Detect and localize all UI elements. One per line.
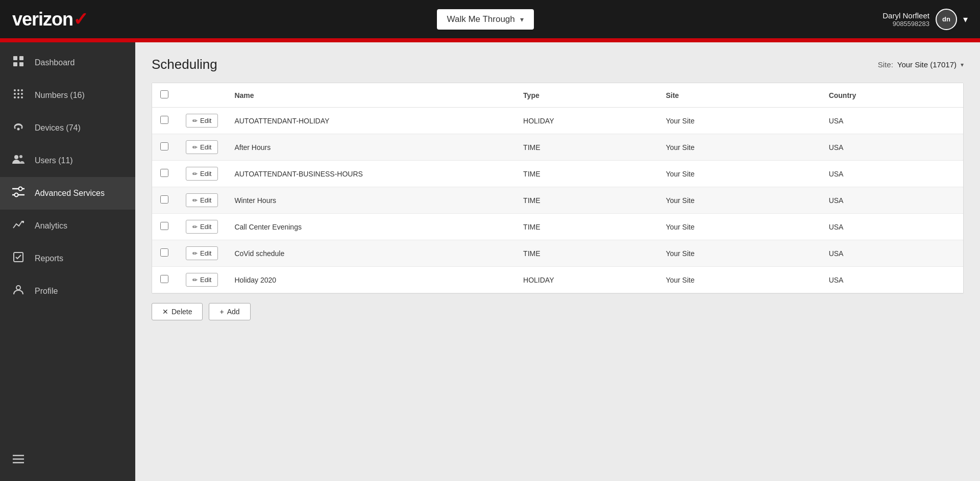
logo-text: verizon✓ xyxy=(12,9,88,30)
table-row: ✏ Edit Winter Hours TIME Your Site USA xyxy=(152,187,963,214)
main-layout: Dashboard Numbers (16) xyxy=(0,42,980,481)
row-checkbox[interactable] xyxy=(160,195,168,204)
row-name: AUTOATTENDANT-HOLIDAY xyxy=(226,108,515,134)
row-edit-cell: ✏ Edit xyxy=(178,161,226,187)
site-value: Your Site (17017) xyxy=(897,60,957,69)
add-button[interactable]: + Add xyxy=(209,303,250,320)
delete-icon: ✕ xyxy=(162,308,168,316)
sidebar-item-menu[interactable] xyxy=(0,444,135,476)
scheduling-table: Name Type Site Country ✏ Edit A xyxy=(152,83,963,293)
svg-point-7 xyxy=(14,93,16,95)
table-row: ✏ Edit After Hours TIME Your Site USA xyxy=(152,134,963,161)
row-type: TIME xyxy=(515,214,657,240)
th-checkbox xyxy=(152,83,178,108)
row-type: TIME xyxy=(515,134,657,161)
site-label: Site: xyxy=(878,60,893,69)
sidebar: Dashboard Numbers (16) xyxy=(0,42,135,481)
users-icon xyxy=(11,154,26,168)
dashboard-icon xyxy=(11,56,26,70)
walk-me-through-button[interactable]: Walk Me Through ▾ xyxy=(437,9,534,30)
row-name: Call Center Evenings xyxy=(226,214,515,240)
sidebar-item-users-label: Users (11) xyxy=(35,156,73,165)
row-edit-cell: ✏ Edit xyxy=(178,267,226,293)
user-info: Daryl Norfleet 9085598283 xyxy=(883,11,929,28)
svg-point-13 xyxy=(17,128,20,131)
sidebar-item-numbers[interactable]: Numbers (16) xyxy=(0,79,135,112)
sidebar-item-reports-label: Reports xyxy=(35,254,63,263)
red-accent-bar xyxy=(0,38,980,42)
edit-pencil-icon: ✏ xyxy=(192,197,198,204)
edit-button[interactable]: ✏ Edit xyxy=(186,193,218,207)
sidebar-item-profile[interactable]: Profile xyxy=(0,275,135,308)
row-name: Winter Hours xyxy=(226,187,515,214)
row-edit-cell: ✏ Edit xyxy=(178,187,226,214)
numbers-icon xyxy=(11,88,26,103)
row-name: Holiday 2020 xyxy=(226,267,515,293)
sidebar-item-advanced-services[interactable]: Advanced Services xyxy=(0,177,135,210)
row-checkbox[interactable] xyxy=(160,142,168,150)
table-row: ✏ Edit CoVid schedule TIME Your Site USA xyxy=(152,240,963,267)
row-site: Your Site xyxy=(657,161,820,187)
devices-icon xyxy=(11,121,26,135)
chevron-down-icon: ▾ xyxy=(520,15,524,23)
sidebar-item-dashboard[interactable]: Dashboard xyxy=(0,46,135,79)
row-checkbox[interactable] xyxy=(160,169,168,177)
row-site: Your Site xyxy=(657,240,820,267)
logo-checkmark: ✓ xyxy=(73,9,88,30)
sidebar-item-reports[interactable]: Reports xyxy=(0,242,135,275)
row-checkbox[interactable] xyxy=(160,248,168,257)
advanced-services-icon xyxy=(11,186,26,200)
edit-button[interactable]: ✏ Edit xyxy=(186,114,218,128)
row-country: USA xyxy=(821,134,963,161)
row-name: AUTOATTENDANT-BUSINESS-HOURS xyxy=(226,161,515,187)
action-row: ✕ Delete + Add xyxy=(152,303,964,320)
svg-point-14 xyxy=(14,155,18,159)
sidebar-item-users[interactable]: Users (11) xyxy=(0,144,135,177)
row-country: USA xyxy=(821,187,963,214)
user-phone: 9085598283 xyxy=(883,20,929,28)
row-checkbox[interactable] xyxy=(160,116,168,124)
row-edit-cell: ✏ Edit xyxy=(178,134,226,161)
row-checkbox-cell xyxy=(152,161,178,187)
sidebar-item-devices-label: Devices (74) xyxy=(35,123,81,133)
row-checkbox-cell xyxy=(152,187,178,214)
svg-point-21 xyxy=(16,286,20,290)
sidebar-item-numbers-label: Numbers (16) xyxy=(35,91,85,100)
edit-pencil-icon: ✏ xyxy=(192,170,198,178)
site-dropdown-arrow-icon[interactable]: ▾ xyxy=(961,61,964,68)
row-name: CoVid schedule xyxy=(226,240,515,267)
row-checkbox-cell xyxy=(152,214,178,240)
edit-label: Edit xyxy=(200,170,211,178)
sidebar-item-devices[interactable]: Devices (74) xyxy=(0,112,135,144)
row-type: HOLIDAY xyxy=(515,267,657,293)
reports-icon xyxy=(11,251,26,266)
svg-point-5 xyxy=(17,89,19,91)
row-checkbox[interactable] xyxy=(160,275,168,283)
svg-point-6 xyxy=(21,89,23,91)
svg-rect-1 xyxy=(19,56,23,60)
edit-button[interactable]: ✏ Edit xyxy=(186,167,218,181)
user-dropdown-arrow-icon[interactable]: ▾ xyxy=(963,14,968,25)
content-area: Scheduling Site: Your Site (17017) ▾ xyxy=(135,42,980,481)
analytics-icon xyxy=(11,219,26,233)
select-all-checkbox[interactable] xyxy=(160,90,168,98)
sidebar-item-analytics[interactable]: Analytics xyxy=(0,210,135,242)
row-country: USA xyxy=(821,240,963,267)
row-name: After Hours xyxy=(226,134,515,161)
table-row: ✏ Edit Call Center Evenings TIME Your Si… xyxy=(152,214,963,240)
row-country: USA xyxy=(821,267,963,293)
edit-pencil-icon: ✏ xyxy=(192,250,198,257)
th-edit xyxy=(178,83,226,108)
edit-button[interactable]: ✏ Edit xyxy=(186,246,218,260)
edit-button[interactable]: ✏ Edit xyxy=(186,273,218,287)
svg-point-11 xyxy=(17,96,19,98)
delete-button[interactable]: ✕ Delete xyxy=(152,303,203,320)
row-checkbox[interactable] xyxy=(160,222,168,230)
edit-button[interactable]: ✏ Edit xyxy=(186,140,218,154)
th-name: Name xyxy=(226,83,515,108)
avatar[interactable]: dn xyxy=(936,9,957,30)
row-edit-cell: ✏ Edit xyxy=(178,108,226,134)
edit-button[interactable]: ✏ Edit xyxy=(186,220,218,234)
row-site: Your Site xyxy=(657,214,820,240)
edit-pencil-icon: ✏ xyxy=(192,276,198,284)
